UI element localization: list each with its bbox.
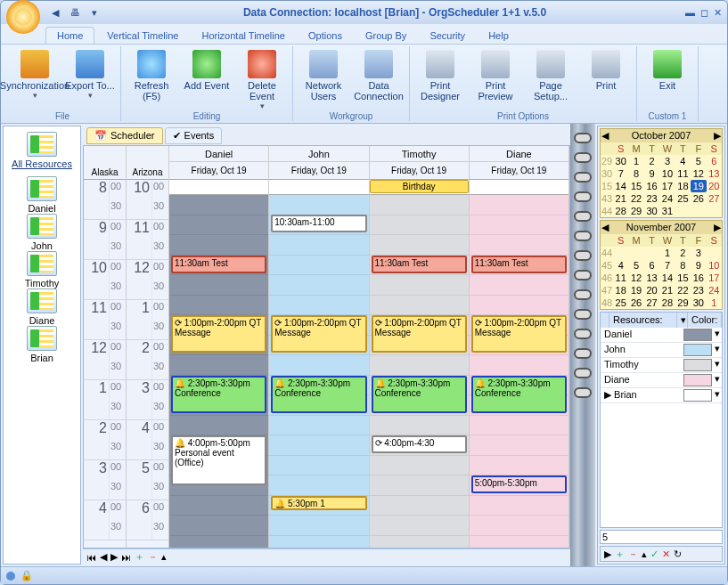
prev-icon[interactable]: ◀ xyxy=(100,551,107,563)
cal-day[interactable]: 5 xyxy=(691,155,706,167)
cal-day[interactable]: 30 xyxy=(601,167,613,180)
menu-tab-vertical-timeline[interactable]: Vertical Timeline xyxy=(96,28,189,44)
cal-day[interactable]: 44 xyxy=(601,205,613,217)
cal-day[interactable]: 48 xyxy=(601,297,613,309)
cal-day[interactable]: 25 xyxy=(675,192,691,205)
event[interactable]: ⟳ 1:00pm-2:00pm QT Message xyxy=(372,315,467,353)
cal-day[interactable] xyxy=(644,247,659,259)
cal-day[interactable]: 5 xyxy=(628,259,643,272)
cal-day[interactable]: 11 xyxy=(675,167,691,180)
cal-prev-icon[interactable]: ◀ xyxy=(601,222,609,233)
menu-tab-horizontal-timeline[interactable]: Horizontal Timeline xyxy=(191,28,296,44)
close-icon[interactable]: ✕ xyxy=(714,7,722,19)
cal-day[interactable]: 18 xyxy=(613,284,628,297)
resource-john[interactable]: John xyxy=(25,214,60,251)
remove-icon[interactable]: － xyxy=(148,550,158,564)
cal-day[interactable]: 20 xyxy=(644,284,659,297)
day-column-diane[interactable]: DianeFriday, Oct 1911:30am Test⟳ 1:00pm-… xyxy=(470,146,569,548)
day-column-timothy[interactable]: TimothyFriday, Oct 19Birthday11:30am Tes… xyxy=(370,146,470,548)
next-icon[interactable]: ▶ xyxy=(110,551,118,563)
resource-brian[interactable]: Brian xyxy=(25,326,60,363)
cal-day[interactable]: 7 xyxy=(659,259,675,272)
resource-diane[interactable]: Diane xyxy=(25,288,60,326)
cal-day[interactable]: 46 xyxy=(601,272,613,284)
cal-day[interactable]: 8 xyxy=(628,167,643,180)
menu-tab-group-by[interactable]: Group By xyxy=(355,28,417,44)
cal-day[interactable]: 30 xyxy=(613,155,628,167)
network-users-button[interactable]: Network Users xyxy=(297,48,350,109)
menu-tab-options[interactable]: Options xyxy=(298,28,353,44)
cal-day[interactable]: 1 xyxy=(659,247,675,259)
add-icon[interactable]: ＋ xyxy=(615,548,625,561)
cal-day[interactable]: 31 xyxy=(659,205,675,217)
cal-next-icon[interactable]: ▶ xyxy=(714,222,721,233)
cal-day[interactable]: 3 xyxy=(659,155,675,167)
all-resources-link[interactable]: All Resources xyxy=(12,158,72,169)
cal-day[interactable]: 23 xyxy=(691,284,706,297)
cal-day[interactable]: 16 xyxy=(691,272,706,284)
add-icon[interactable]: ＋ xyxy=(135,550,144,564)
cal-day[interactable]: 9 xyxy=(644,167,659,180)
event[interactable]: 11:30am Test xyxy=(171,256,266,273)
edit-icon[interactable]: ▴ xyxy=(161,551,167,563)
export-button[interactable]: Export To...▾ xyxy=(63,48,117,109)
print-designer-button[interactable]: Print Designer xyxy=(413,48,467,109)
cal-day[interactable]: 15 xyxy=(675,272,691,284)
cal-day[interactable]: 4 xyxy=(675,155,691,167)
resource-row[interactable]: ▶ Brian▾ xyxy=(601,388,722,403)
cal-day[interactable]: 13 xyxy=(707,167,722,180)
cal-day[interactable]: 30 xyxy=(644,205,659,217)
all-resources[interactable]: All Resources xyxy=(12,132,72,169)
view-tab-scheduler[interactable]: 📅Scheduler xyxy=(86,127,163,144)
color-dropdown-icon[interactable]: ▾ xyxy=(713,343,722,357)
resource-daniel[interactable]: Daniel xyxy=(25,176,60,214)
event[interactable]: ⟳ 1:00pm-2:00pm QT Message xyxy=(471,315,567,353)
event[interactable]: 5:00pm-5:30pm xyxy=(471,475,567,493)
cal-day[interactable]: 9 xyxy=(691,259,706,272)
cal-day[interactable]: 26 xyxy=(628,297,643,309)
cal-day[interactable] xyxy=(675,205,691,217)
event[interactable]: ⟳ 1:00pm-2:00pm QT Message xyxy=(271,315,366,353)
cal-day[interactable]: 27 xyxy=(707,192,722,205)
back-icon[interactable]: ◀ xyxy=(47,4,63,20)
cal-day[interactable]: 3 xyxy=(691,247,706,259)
event[interactable]: 🔔 5:30pm 1 xyxy=(271,496,366,510)
cancel-icon[interactable]: ✕ xyxy=(662,548,670,560)
event[interactable]: 11:30am Test xyxy=(372,256,467,273)
data-connection-button[interactable]: Data Connection xyxy=(352,48,405,109)
cal-day[interactable] xyxy=(691,205,706,217)
cal-day[interactable] xyxy=(628,247,643,259)
print-preview-button[interactable]: Print Preview xyxy=(469,48,522,109)
event[interactable]: 🔔 2:30pm-3:30pm Conference xyxy=(372,376,467,413)
cal-day[interactable]: 27 xyxy=(644,297,659,309)
cal-day[interactable]: 1 xyxy=(628,155,643,167)
resource-row[interactable]: Daniel▾ xyxy=(601,328,722,343)
menu-tab-help[interactable]: Help xyxy=(478,28,519,44)
cal-day[interactable]: 12 xyxy=(691,167,706,180)
dropdown-icon[interactable]: ▾ xyxy=(86,4,102,20)
check-icon[interactable]: ✓ xyxy=(650,548,658,560)
day-column-daniel[interactable]: DanielFriday, Oct 1911:30am Test⟳ 1:00pm… xyxy=(169,146,269,548)
cal-day[interactable]: 23 xyxy=(644,192,659,205)
menu-tab-security[interactable]: Security xyxy=(419,28,476,44)
view-tab-events[interactable]: ✔Events xyxy=(165,127,223,144)
dropdown-icon[interactable]: ▾ xyxy=(260,102,265,110)
exit-button[interactable]: Exit xyxy=(641,48,694,109)
color-swatch[interactable] xyxy=(683,344,712,356)
color-swatch[interactable] xyxy=(683,359,712,371)
color-swatch[interactable] xyxy=(683,374,712,386)
time-slots[interactable]: 11:30am Test⟳ 1:00pm-2:00pm QT Message🔔 … xyxy=(169,195,268,548)
cal-day[interactable]: 16 xyxy=(644,180,659,192)
resources-dropdown-icon[interactable]: ▾ xyxy=(677,313,688,328)
cal-day[interactable]: 25 xyxy=(613,297,628,309)
event[interactable]: 🔔 2:30pm-3:30pm Conference xyxy=(271,376,366,413)
day-column-john[interactable]: JohnFriday, Oct 1910:30am-11:00⟳ 1:00pm-… xyxy=(269,146,369,548)
page-setup-button[interactable]: Page Setup... xyxy=(524,48,577,109)
next-icon[interactable]: ▶ xyxy=(604,548,611,560)
event[interactable]: 11:30am Test xyxy=(471,256,567,273)
cal-day[interactable]: 29 xyxy=(601,155,613,167)
resource-row[interactable]: Timothy▾ xyxy=(601,358,722,373)
cal-day[interactable]: 17 xyxy=(659,180,675,192)
time-slots[interactable]: 10:30am-11:00⟳ 1:00pm-2:00pm QT Message🔔… xyxy=(269,195,368,548)
resource-row[interactable]: Diane▾ xyxy=(601,373,722,388)
